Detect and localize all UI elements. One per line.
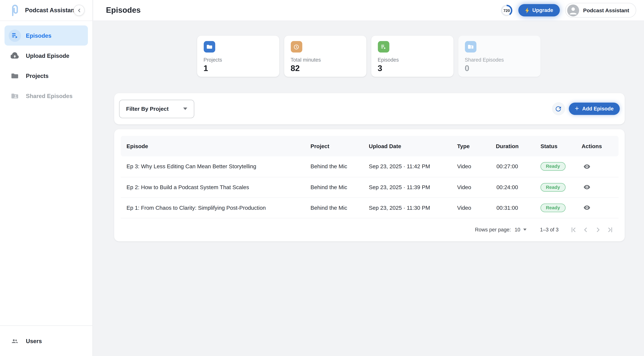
clock-icon <box>290 41 302 52</box>
lightning-bolt-icon <box>525 7 530 13</box>
folder-shared-icon <box>9 90 21 102</box>
users-group-icon <box>9 335 21 347</box>
stat-card-projects: Projects 1 <box>197 36 279 77</box>
next-page-button[interactable] <box>592 223 604 236</box>
episodes-table: Episode Project Upload Date Type Duratio… <box>121 136 618 218</box>
top-bar: Episodes 720 Upgrade <box>93 0 644 21</box>
app-logo-icon <box>11 4 19 16</box>
stat-value: 82 <box>290 64 360 73</box>
cloud-upload-icon <box>9 49 21 62</box>
sidebar-item-label: Upload Episode <box>26 52 69 59</box>
stat-value: 1 <box>204 64 272 73</box>
rows-per-page-select[interactable]: 10 <box>514 227 526 233</box>
stat-label: Episodes <box>378 57 447 63</box>
avatar-person-icon <box>567 4 579 16</box>
project-cell: Behind the Mic <box>305 177 363 197</box>
previous-page-button[interactable] <box>580 223 592 236</box>
filter-actions: + Add Episode <box>552 102 620 115</box>
stat-card-episodes: Episodes 3 <box>371 36 453 77</box>
sidebar-item-shared-episodes[interactable]: Shared Episodes <box>4 86 88 106</box>
credits-ring[interactable]: 720 <box>500 4 513 17</box>
credits-value: 720 <box>500 4 513 17</box>
column-header-episode: Episode <box>121 136 305 156</box>
sidebar-header: Podcast Assistant <box>0 0 92 21</box>
status-badge: Ready <box>540 162 566 171</box>
sidebar-collapse-button[interactable] <box>74 5 85 16</box>
eye-icon <box>583 163 590 170</box>
plus-icon: + <box>575 105 579 112</box>
view-episode-button[interactable] <box>582 161 592 172</box>
view-episode-button[interactable] <box>582 182 592 192</box>
eye-icon <box>583 184 590 191</box>
column-header-project: Project <box>305 136 363 156</box>
project-cell: Behind the Mic <box>305 197 363 218</box>
chevron-left-icon <box>76 8 82 13</box>
upgrade-label: Upgrade <box>532 7 553 13</box>
sidebar-item-projects[interactable]: Projects <box>4 66 88 86</box>
account-name: Podcast Assistant <box>583 7 629 13</box>
upload-date-cell: Sep 23, 2025 · 11:39 PM <box>363 177 452 197</box>
add-episode-label: Add Episode <box>582 106 614 112</box>
first-page-button[interactable] <box>567 223 580 236</box>
filter-by-project-dropdown[interactable]: Filter By Project <box>119 99 194 118</box>
sidebar: Podcast Assistant Episodes <box>0 0 93 356</box>
stats-row: Projects 1 Total minutes 82 <box>93 21 644 77</box>
duration-cell: 00:24:00 <box>482 177 532 197</box>
upload-date-cell: Sep 23, 2025 · 11:42 PM <box>363 156 452 177</box>
sidebar-item-upload-episode[interactable]: Upload Episode <box>4 45 88 66</box>
main-area: Episodes 720 Upgrade <box>93 0 644 356</box>
status-badge: Ready <box>540 203 566 212</box>
upgrade-button[interactable]: Upgrade <box>518 4 560 16</box>
stat-label: Total minutes <box>290 57 360 63</box>
first-page-icon <box>570 226 577 233</box>
sidebar-app-title: Podcast Assistant <box>25 7 76 13</box>
last-page-button[interactable] <box>604 223 616 236</box>
refresh-button[interactable] <box>552 102 565 115</box>
status-badge: Ready <box>540 183 566 192</box>
refresh-icon <box>554 105 562 113</box>
duration-cell: 00:31:00 <box>482 197 532 218</box>
column-header-upload-date: Upload Date <box>363 136 452 156</box>
stat-label: Shared Episodes <box>465 57 534 63</box>
stat-label: Projects <box>204 57 272 63</box>
stat-value: 0 <box>465 64 534 73</box>
app-window: Podcast Assistant Episodes <box>0 0 644 356</box>
pagination-range: 1–3 of 3 <box>540 227 559 233</box>
page-title: Episodes <box>106 6 141 15</box>
folder-icon <box>204 41 215 52</box>
table-pagination: Rows per page: 10 1–3 of 3 <box>121 218 618 241</box>
filter-bar: Filter By Project + Add Episode <box>114 93 625 124</box>
stat-value: 3 <box>378 64 447 73</box>
table-row: Ep 1: From Chaos to Clarity: Simplifying… <box>121 197 618 218</box>
sidebar-nav: Episodes Upload Episode Projects <box>0 21 92 325</box>
duration-cell: 00:27:00 <box>482 156 532 177</box>
column-header-actions: Actions <box>576 136 618 156</box>
account-chip[interactable]: Podcast Assistant <box>565 3 636 17</box>
dropdown-label: Filter By Project <box>126 106 168 112</box>
episode-title-cell: Ep 3: Why Less Editing Can Mean Better S… <box>121 156 305 177</box>
folder-icon <box>9 70 21 82</box>
folder-shared-icon <box>465 41 476 52</box>
upload-date-cell: Sep 23, 2025 · 11:30 PM <box>363 197 452 218</box>
chevron-down-icon <box>523 229 526 231</box>
episode-title-cell: Ep 2: How to Build a Podcast System That… <box>121 177 305 197</box>
view-episode-button[interactable] <box>582 202 592 213</box>
sidebar-item-episodes[interactable]: Episodes <box>4 25 88 45</box>
column-header-status: Status <box>532 136 576 156</box>
sidebar-item-label: Users <box>26 338 42 344</box>
content-area: Projects 1 Total minutes 82 <box>93 21 644 356</box>
pagination-buttons <box>567 223 616 236</box>
sidebar-footer: Users <box>0 326 92 356</box>
stat-card-shared-episodes: Shared Episodes 0 <box>458 36 540 77</box>
add-episode-button[interactable]: + Add Episode <box>569 103 620 115</box>
type-cell: Video <box>452 197 482 218</box>
rows-per-page-value: 10 <box>514 227 520 233</box>
sidebar-item-label: Episodes <box>26 32 52 39</box>
sidebar-item-label: Shared Episodes <box>26 92 73 99</box>
stat-card-total-minutes: Total minutes 82 <box>284 36 366 77</box>
episode-title-cell: Ep 1: From Chaos to Clarity: Simplifying… <box>121 197 305 218</box>
sidebar-item-users[interactable]: Users <box>4 331 88 351</box>
playlist-episodes-icon <box>9 29 21 42</box>
project-cell: Behind the Mic <box>305 156 363 177</box>
playlist-episodes-icon <box>378 41 389 52</box>
